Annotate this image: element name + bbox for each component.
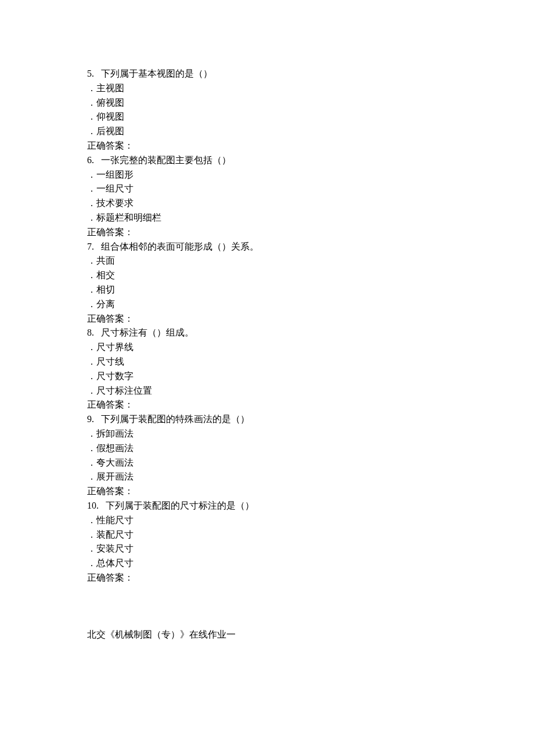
question-number: 6. bbox=[87, 153, 94, 168]
option-line: ．标题栏和明细栏 bbox=[87, 211, 447, 225]
question-text-line: 5. 下列属于基本视图的是（） bbox=[87, 67, 447, 81]
question-text-line: 10. 下列属于装配图的尺寸标注的是（） bbox=[87, 499, 447, 513]
option-text: 总体尺寸 bbox=[96, 558, 134, 568]
answer-label: 正确答案： bbox=[87, 312, 447, 326]
question-number: 5. bbox=[87, 67, 94, 81]
question-text-line: 6. 一张完整的装配图主要包括（） bbox=[87, 153, 447, 168]
option-line: ．尺寸界线 bbox=[87, 340, 447, 355]
option-line: ．尺寸线 bbox=[87, 355, 447, 369]
option-line: ．尺寸标注位置 bbox=[87, 384, 447, 398]
option-line: ．性能尺寸 bbox=[87, 513, 447, 528]
option-text: 分离 bbox=[96, 299, 115, 309]
answer-label: 正确答案： bbox=[87, 571, 447, 585]
option-line: ．仰视图 bbox=[87, 110, 447, 124]
question-8: 8. 尺寸标注有（）组成。 ．尺寸界线 ．尺寸线 ．尺寸数字 ．尺寸标注位置 正… bbox=[87, 326, 447, 412]
question-text: 下列属于装配图的尺寸标注的是（） bbox=[106, 501, 254, 510]
option-line: ．尺寸数字 bbox=[87, 369, 447, 384]
option-line: ．假想画法 bbox=[87, 441, 447, 456]
question-text: 下列属于装配图的特殊画法的是（） bbox=[101, 414, 250, 424]
footer-text: 北交《机械制图（专）》在线作业一 bbox=[87, 628, 447, 642]
question-text-line: 7. 组合体相邻的表面可能形成（）关系。 bbox=[87, 240, 447, 254]
option-text: 相切 bbox=[96, 285, 115, 294]
answer-label: 正确答案： bbox=[87, 484, 447, 499]
option-line: ．一组图形 bbox=[87, 168, 447, 182]
question-text: 组合体相邻的表面可能形成（）关系。 bbox=[101, 242, 259, 251]
option-text: 尺寸数字 bbox=[96, 371, 134, 381]
document-content: 5. 下列属于基本视图的是（） ．主视图 ．俯视图 ．仰视图 ．后视图 正确答案… bbox=[87, 67, 447, 642]
option-text: 共面 bbox=[96, 255, 115, 265]
question-number: 9. bbox=[87, 412, 94, 427]
option-text: 装配尺寸 bbox=[96, 530, 134, 539]
option-text: 展开画法 bbox=[96, 471, 134, 481]
option-text: 仰视图 bbox=[96, 111, 124, 121]
option-line: ．后视图 bbox=[87, 124, 447, 139]
question-text: 一张完整的装配图主要包括（） bbox=[101, 155, 231, 165]
answer-label: 正确答案： bbox=[87, 139, 447, 153]
option-text: 后视图 bbox=[96, 126, 124, 136]
option-line: ．装配尺寸 bbox=[87, 528, 447, 542]
answer-label: 正确答案： bbox=[87, 398, 447, 412]
option-line: ．一组尺寸 bbox=[87, 182, 447, 196]
option-line: ．安装尺寸 bbox=[87, 542, 447, 556]
option-text: 安装尺寸 bbox=[96, 543, 134, 553]
option-line: ．展开画法 bbox=[87, 470, 447, 484]
question-10: 10. 下列属于装配图的尺寸标注的是（） ．性能尺寸 ．装配尺寸 ．安装尺寸 ．… bbox=[87, 499, 447, 585]
option-text: 拆卸画法 bbox=[96, 429, 134, 438]
option-text: 主视图 bbox=[96, 83, 124, 93]
option-text: 俯视图 bbox=[96, 98, 124, 107]
answer-label: 正确答案： bbox=[87, 225, 447, 240]
option-text: 假想画法 bbox=[96, 443, 134, 453]
question-6: 6. 一张完整的装配图主要包括（） ．一组图形 ．一组尺寸 ．技术要求 ．标题栏… bbox=[87, 153, 447, 240]
option-line: ．分离 bbox=[87, 297, 447, 312]
option-text: 尺寸线 bbox=[96, 357, 124, 366]
option-text: 尺寸标注位置 bbox=[96, 386, 152, 395]
option-line: ．俯视图 bbox=[87, 96, 447, 110]
option-line: ．夸大画法 bbox=[87, 456, 447, 470]
option-line: ．技术要求 bbox=[87, 196, 447, 211]
option-text: 一组尺寸 bbox=[96, 183, 134, 193]
question-text: 尺寸标注有（）组成。 bbox=[101, 327, 194, 337]
question-text: 下列属于基本视图的是（） bbox=[101, 69, 212, 78]
option-text: 相交 bbox=[96, 270, 115, 280]
question-7: 7. 组合体相邻的表面可能形成（）关系。 ．共面 ．相交 ．相切 ．分离 正确答… bbox=[87, 240, 447, 326]
option-text: 技术要求 bbox=[96, 198, 134, 208]
question-number: 8. bbox=[87, 326, 94, 340]
question-text-line: 9. 下列属于装配图的特殊画法的是（） bbox=[87, 412, 447, 427]
question-text-line: 8. 尺寸标注有（）组成。 bbox=[87, 326, 447, 340]
option-text: 一组图形 bbox=[96, 170, 134, 179]
question-5: 5. 下列属于基本视图的是（） ．主视图 ．俯视图 ．仰视图 ．后视图 正确答案… bbox=[87, 67, 447, 153]
option-line: ．主视图 bbox=[87, 81, 447, 96]
option-text: 性能尺寸 bbox=[96, 515, 134, 525]
option-text: 夸大画法 bbox=[96, 458, 134, 467]
option-text: 尺寸界线 bbox=[96, 342, 134, 352]
option-line: ．拆卸画法 bbox=[87, 427, 447, 441]
option-line: ．相交 bbox=[87, 268, 447, 283]
option-line: ．共面 bbox=[87, 254, 447, 268]
option-line: ．相切 bbox=[87, 283, 447, 297]
question-number: 10. bbox=[87, 499, 99, 513]
question-number: 7. bbox=[87, 240, 94, 254]
option-line: ．总体尺寸 bbox=[87, 556, 447, 571]
option-text: 标题栏和明细栏 bbox=[96, 213, 161, 222]
question-9: 9. 下列属于装配图的特殊画法的是（） ．拆卸画法 ．假想画法 ．夸大画法 ．展… bbox=[87, 412, 447, 499]
